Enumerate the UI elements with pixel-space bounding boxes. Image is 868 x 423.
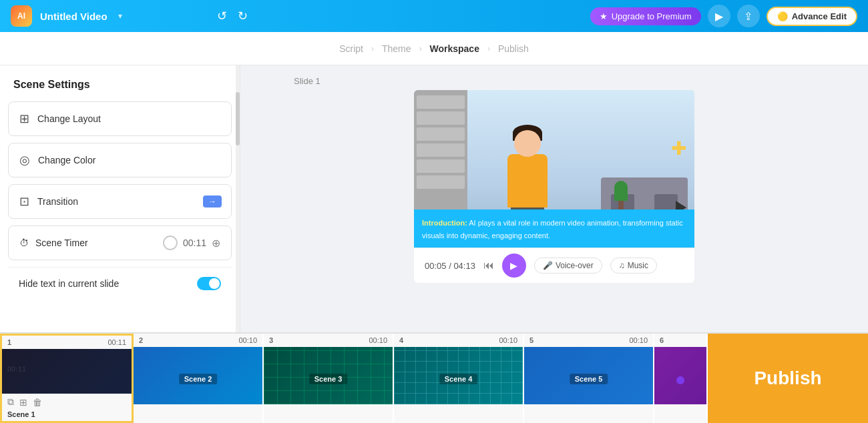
undo-button[interactable]: ↺	[217, 9, 227, 23]
sidebar-scrollbar	[236, 65, 240, 332]
change-layout-button[interactable]: ⊞ Change Layout	[8, 101, 232, 136]
scene-1-delete-button[interactable]: 🗑	[33, 396, 42, 408]
play-pause-button[interactable]: ▶	[502, 254, 526, 278]
scene-4-num: 4	[399, 336, 403, 344]
header-actions: ↺ ↻	[217, 9, 248, 23]
change-color-label: Change Color	[38, 155, 95, 165]
scene-4-label: Scene 4	[439, 374, 478, 384]
timeline: 1 00:11 00:11 ⧉ ⊞ 🗑 Scene 1 2 00:10 Scen…	[0, 332, 868, 423]
char-body	[507, 154, 548, 207]
hide-text-row: Hide text in current slide	[8, 267, 232, 300]
scene-timer-icon: ⏱	[19, 238, 29, 248]
share-icon: ⇪	[744, 10, 752, 23]
publish-scene[interactable]: Publish	[708, 334, 868, 423]
scene-1-layout-button[interactable]: ⊞	[19, 396, 27, 408]
scene-5-num: 5	[529, 336, 533, 344]
app-logo: AI	[11, 5, 32, 27]
scene-5-spacer	[524, 404, 653, 423]
scene-thumb-5[interactable]: 5 00:10 Scene 5	[524, 334, 654, 423]
scene-3-time-row: 3 00:10	[264, 334, 393, 347]
scene-plant	[614, 181, 628, 211]
change-color-icon: ◎	[19, 153, 30, 167]
shelf-6	[417, 175, 465, 189]
scene-6-image	[654, 347, 706, 404]
advance-edit-icon: 🟡	[777, 11, 788, 21]
subtitle-intro: Introduction:	[422, 219, 467, 227]
sidebar-scrollbar-thumb	[236, 92, 240, 145]
scene-2-label: Scene 2	[179, 374, 218, 384]
workspace-area: Slide 1	[240, 65, 868, 332]
current-time: 00:05	[425, 261, 447, 271]
title-dropdown-icon[interactable]: ▾	[118, 11, 122, 21]
scene-4-time-row: 4 00:10	[394, 334, 523, 347]
play-header-icon: ▶	[715, 10, 723, 23]
char-head-wrap	[514, 127, 541, 157]
voiceover-button[interactable]: 🎤 Voice-over	[534, 258, 602, 274]
advance-edit-button[interactable]: 🟡 Advance Edit	[767, 7, 857, 26]
hide-text-label: Hide text in current slide	[19, 278, 119, 289]
scene-timer-left: ⏱ Scene Timer	[19, 238, 88, 248]
char-head	[514, 130, 541, 157]
scene-3-num: 3	[269, 336, 273, 344]
total-time: 04:13	[453, 261, 475, 271]
scene-5-time-row: 5 00:10	[524, 334, 653, 347]
scene-4-spacer	[394, 404, 523, 423]
change-color-button[interactable]: ◎ Change Color	[8, 143, 232, 177]
premium-label: Upgrade to Premium	[612, 11, 692, 21]
scene-settings-panel: Scene Settings ⊞ Change Layout ◎ Change …	[0, 65, 240, 332]
publish-dot	[676, 376, 684, 384]
player-controls: 00:05 / 04:13 ⏮ ▶ 🎤 Voice-over ♫ Music	[414, 248, 694, 283]
slide-container: ✚ Introduction: AI plays a vital role in…	[414, 90, 694, 283]
timer-value: 00:11	[183, 238, 206, 248]
transition-icon: ⊡	[19, 194, 29, 209]
scene-thumb-1[interactable]: 1 00:11 00:11 ⧉ ⊞ 🗑 Scene 1	[0, 334, 134, 423]
nav-publish[interactable]: Publish	[498, 43, 529, 54]
plant-top	[614, 181, 628, 201]
redo-button[interactable]: ↻	[238, 9, 248, 23]
nav-theme[interactable]: Theme	[382, 43, 411, 54]
share-button[interactable]: ⇪	[737, 5, 760, 27]
skip-back-button[interactable]: ⏮	[483, 260, 494, 272]
scene-1-num: 1	[7, 338, 11, 346]
main-area: Scene Settings ⊞ Change Layout ◎ Change …	[0, 65, 868, 332]
slide-label: Slide 1	[294, 76, 320, 86]
shelf-5	[417, 159, 465, 173]
scene-2-spacer	[134, 404, 262, 423]
scene-2-num: 2	[139, 336, 143, 344]
music-icon: ♫	[619, 261, 625, 270]
scene-thumb-4[interactable]: 4 00:10 Scene 4	[394, 334, 524, 423]
preview-play-button[interactable]: ▶	[708, 5, 730, 27]
scene-6-num: 6	[660, 336, 664, 344]
shelf-3	[417, 127, 465, 141]
project-title[interactable]: Untitled Video	[40, 11, 107, 22]
nav-sep-1: ›	[371, 44, 374, 53]
scene-1-copy-button[interactable]: ⧉	[7, 396, 14, 408]
scene-thumb-6[interactable]: 6	[654, 334, 708, 423]
transition-button[interactable]: ⊡ Transition →	[8, 184, 232, 219]
timer-plus-icon[interactable]: ⊕	[212, 237, 220, 250]
upgrade-premium-button[interactable]: ★ Upgrade to Premium	[590, 7, 701, 25]
nav-script[interactable]: Script	[339, 43, 363, 54]
scene-thumb-2[interactable]: 2 00:10 Scene 2	[134, 334, 264, 423]
scene-3-label: Scene 3	[309, 374, 348, 384]
scene-1-bg	[2, 349, 132, 394]
subtitle-bar: Introduction: AI plays a vital role in m…	[414, 209, 694, 248]
sidebar-title: Scene Settings	[0, 79, 240, 101]
shelf-1	[417, 95, 465, 109]
voiceover-label: Voice-over	[556, 261, 594, 270]
scene-thumb-3[interactable]: 3 00:10 Scene 3	[264, 334, 394, 423]
scene-5-time: 00:10	[629, 336, 648, 344]
scene-3-image: Scene 3	[264, 347, 393, 404]
scene-1-tools: ⧉ ⊞ 🗑	[2, 394, 132, 410]
shelf-4	[417, 143, 465, 157]
scene-2-image: Scene 2	[134, 347, 262, 404]
scene-5-label: Scene 5	[570, 374, 608, 384]
music-button[interactable]: ♫ Music	[610, 258, 657, 274]
nav-sep-2: ›	[419, 44, 422, 53]
header-right: ★ Upgrade to Premium ▶ ⇪ 🟡 Advance Edit	[590, 5, 857, 27]
nav-workspace[interactable]: Workspace	[430, 43, 479, 54]
hide-text-toggle[interactable]	[197, 277, 221, 290]
scene-2-time: 00:10	[238, 336, 257, 344]
slide-image: ✚ Introduction: AI plays a vital role in…	[414, 90, 694, 248]
nav-sep-3: ›	[487, 44, 490, 53]
